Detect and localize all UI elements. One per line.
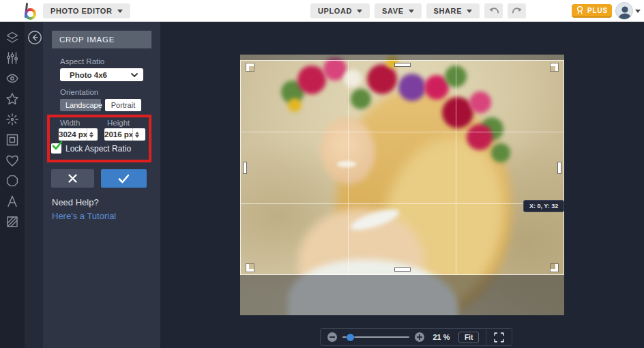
panel-back-strip (25, 22, 43, 348)
caret-down-icon (467, 10, 472, 13)
width-stepper[interactable] (87, 128, 96, 141)
undo-button[interactable] (484, 3, 503, 18)
height-label: Height (107, 119, 130, 127)
crop-handle-bottom-left[interactable] (246, 260, 258, 272)
photo-woman-flower-crown[interactable]: X: 0, Y: 32 (240, 55, 564, 315)
crop-handle-right[interactable] (557, 162, 561, 174)
avatar[interactable] (615, 2, 633, 20)
zoom-in-button[interactable] (415, 332, 424, 342)
landscape-button[interactable]: Landscape (60, 99, 101, 111)
zoom-percentage: 21 % (430, 333, 453, 341)
x-icon (68, 173, 78, 184)
redo-icon (511, 5, 523, 16)
grid-line (241, 203, 564, 204)
checkmark-icon (118, 174, 130, 184)
tool-adjust[interactable] (0, 48, 25, 68)
orientation-label: Orientation (60, 88, 98, 96)
height-input[interactable] (104, 130, 132, 139)
need-help-text: Need Help? (52, 197, 99, 207)
crop-handle-top-right[interactable] (546, 63, 558, 75)
share-label: SHARE (434, 7, 463, 15)
width-field[interactable] (59, 128, 98, 141)
aspect-ratio-select[interactable]: Photo 4x6 (60, 68, 143, 81)
apply-crop-button[interactable] (101, 169, 147, 188)
tool-artsy[interactable] (0, 89, 25, 109)
grid-line (348, 61, 349, 274)
editor-canvas: X: 0, Y: 32 21 % Fit (160, 22, 644, 348)
logo-rainbow-bowl (25, 8, 36, 20)
crop-outside-overlay (240, 275, 564, 315)
divider (486, 328, 486, 346)
zoom-slider[interactable] (342, 332, 409, 342)
photo-editor-menu-label: PHOTO EDITOR (50, 7, 113, 15)
upload-button[interactable]: UPLOAD (310, 3, 370, 18)
heart-icon (5, 154, 19, 167)
eye-icon (5, 73, 19, 84)
medal-icon (576, 5, 584, 15)
crop-box[interactable] (240, 60, 564, 275)
confirm-row (51, 169, 147, 188)
tool-text[interactable] (0, 191, 25, 212)
aspect-ratio-label: Aspect Ratio (60, 57, 104, 66)
height-stepper[interactable] (132, 128, 141, 141)
top-bar: PHOTO EDITOR UPLOAD SAVE SHARE (0, 0, 644, 22)
cursor-coordinates-tooltip: X: 0, Y: 32 (523, 200, 564, 212)
tutorial-link[interactable]: Here's a Tutorial (52, 211, 116, 221)
tool-rail (0, 22, 25, 348)
crop-handle-bottom-right[interactable] (546, 260, 558, 272)
zoom-slider-thumb[interactable] (347, 334, 354, 341)
lock-aspect-checkbox[interactable] (51, 143, 61, 154)
sparkle-burst-icon (5, 113, 19, 126)
tool-overlays[interactable] (0, 150, 25, 171)
caret-down-icon (357, 10, 362, 13)
save-button[interactable]: SAVE (375, 3, 422, 18)
checkmark-icon (52, 141, 63, 151)
star-icon (5, 92, 19, 106)
undo-icon (488, 5, 500, 16)
height-field[interactable] (104, 128, 145, 141)
lock-aspect-row: Lock Aspect Ratio (51, 143, 131, 154)
tool-touchup[interactable] (0, 109, 25, 130)
fit-button[interactable]: Fit (458, 332, 479, 343)
crop-handle-bottom[interactable] (394, 267, 411, 272)
seal-badge-icon (5, 174, 19, 188)
caret-down-icon (409, 10, 414, 13)
crop-handle-left[interactable] (243, 162, 247, 174)
photo-editor-menu-button[interactable]: PHOTO EDITOR (43, 3, 130, 18)
befunky-logo[interactable] (23, 3, 40, 20)
crop-outside-overlay (240, 55, 564, 60)
share-button[interactable]: SHARE (426, 3, 480, 18)
width-input[interactable] (59, 130, 87, 139)
topbar-actions: UPLOAD SAVE SHARE (310, 3, 526, 18)
panel-title: CROP IMAGE (52, 31, 151, 48)
tool-textures[interactable] (0, 171, 25, 191)
tool-frames[interactable] (0, 130, 25, 150)
fullscreen-button[interactable] (493, 332, 505, 343)
orientation-toggle: Landscape Portrait (60, 99, 141, 111)
tool-effects[interactable] (0, 68, 25, 89)
step-down-icon (135, 135, 139, 138)
person-icon (616, 3, 633, 20)
user-caret-down-icon[interactable] (635, 10, 641, 13)
crop-handle-top-left[interactable] (246, 63, 258, 75)
step-down-icon (89, 135, 93, 138)
step-up-icon (89, 132, 93, 134)
save-label: SAVE (382, 7, 404, 15)
expand-icon (493, 332, 505, 343)
redo-button[interactable] (508, 3, 526, 18)
back-button[interactable] (27, 30, 42, 45)
plus-upgrade-button[interactable]: PLUS (572, 4, 612, 18)
tool-patterns[interactable] (0, 212, 25, 232)
crop-handle-top[interactable] (394, 63, 411, 67)
zoom-out-button[interactable] (327, 332, 337, 342)
portrait-button[interactable]: Portrait (105, 99, 141, 111)
hatched-square-icon (5, 215, 19, 229)
crop-panel: CROP IMAGE Aspect Ratio Photo 4x6 Orient… (43, 22, 160, 348)
tool-layers[interactable] (0, 27, 25, 48)
aspect-ratio-value: Photo 4x6 (70, 71, 107, 79)
grid-line (241, 132, 564, 132)
cancel-crop-button[interactable] (51, 169, 94, 188)
stacked-layers-icon (5, 31, 19, 44)
zoom-bar: 21 % Fit (320, 328, 512, 346)
sliders-icon (6, 51, 18, 65)
